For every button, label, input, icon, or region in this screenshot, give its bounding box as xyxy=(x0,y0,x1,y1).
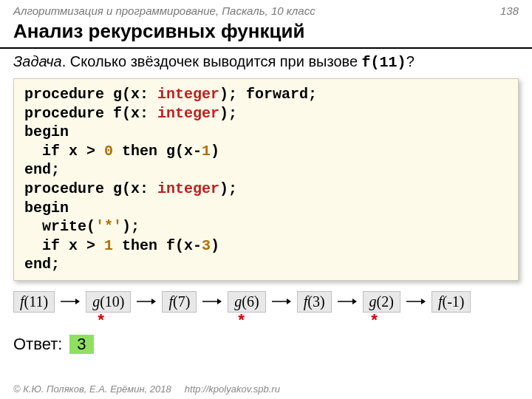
code-text: begin xyxy=(24,123,69,140)
code-type: integer xyxy=(157,86,219,103)
star-icon: * xyxy=(236,313,246,331)
answer-row: Ответ: 3 xyxy=(0,330,532,358)
copyright: © К.Ю. Поляков, Е.А. Ерёмин, 2018 xyxy=(13,383,171,395)
code-text: ); forward; xyxy=(219,86,317,103)
call-arg: (-1) xyxy=(442,293,464,310)
answer-value: 3 xyxy=(69,335,93,354)
page-number: 138 xyxy=(500,4,519,17)
code-text: end; xyxy=(24,161,60,178)
task-text: Задача. Сколько звёздочек выводится при … xyxy=(0,49,532,75)
code-text: begin xyxy=(24,200,69,216)
svg-marker-3 xyxy=(151,299,156,304)
code-text: if x > xyxy=(24,237,104,254)
task-body: . Сколько звёздочек выводится при вызове xyxy=(62,53,362,69)
code-text: ); xyxy=(219,180,237,197)
code-text: then g(x- xyxy=(113,143,202,160)
arrow-icon xyxy=(202,296,222,307)
footer-url: http://kpolyakov.spb.ru xyxy=(185,383,280,395)
call-fn: g xyxy=(234,293,242,310)
code-type: integer xyxy=(157,105,219,122)
star-icon: * xyxy=(96,313,106,331)
arrow-icon xyxy=(272,296,291,307)
arrow-icon xyxy=(406,296,426,307)
call-arg: (6) xyxy=(242,293,259,310)
svg-marker-7 xyxy=(287,299,291,304)
call-step: f(11) xyxy=(13,291,55,313)
course-label: Алгоритмизация и программирование, Паска… xyxy=(13,4,316,17)
task-call: f(11) xyxy=(362,54,406,71)
call-arg: (10) xyxy=(100,293,124,310)
code-text: then f(x- xyxy=(113,237,202,254)
code-text: ); xyxy=(219,105,237,122)
call-fn: g xyxy=(92,293,100,310)
call-step: g(10) xyxy=(86,291,131,313)
code-literal: '*' xyxy=(95,218,122,235)
answer-label: Ответ: xyxy=(13,335,62,354)
arrow-icon xyxy=(338,296,357,307)
slide-title: Анализ рекурсивных функций xyxy=(0,18,532,49)
task-q: ? xyxy=(406,53,415,69)
code-literal: 3 xyxy=(202,237,211,254)
arrow-icon xyxy=(137,296,156,307)
code-text: if x > xyxy=(24,143,104,160)
call-arg: (2) xyxy=(377,293,394,310)
code-text: end; xyxy=(24,256,60,273)
call-fn: g xyxy=(369,293,377,310)
code-text: procedure g(x: xyxy=(24,86,157,103)
svg-marker-9 xyxy=(352,299,357,304)
svg-marker-11 xyxy=(421,299,426,304)
code-literal: 1 xyxy=(104,237,113,254)
call-step: f(3) xyxy=(297,291,332,313)
svg-marker-1 xyxy=(75,299,80,304)
code-block: procedure g(x: integer); forward; proced… xyxy=(13,78,519,281)
call-step: f(-1) xyxy=(432,291,471,313)
code-text: write( xyxy=(24,218,95,235)
code-text: procedure f(x: xyxy=(24,105,157,122)
star-output: * * * xyxy=(0,314,532,330)
code-text: ) xyxy=(211,143,219,160)
code-text: ); xyxy=(122,218,140,235)
slide-footer: © К.Ю. Поляков, Е.А. Ерёмин, 2018 http:/… xyxy=(13,383,280,395)
call-arg: (7) xyxy=(173,293,190,310)
call-arg: (11) xyxy=(24,293,49,310)
call-step: g(2) xyxy=(363,291,400,313)
call-chain: f(11) g(10) f(7) g(6) f(3) g(2) f(-1) xyxy=(0,287,532,314)
code-literal: 0 xyxy=(104,143,113,160)
code-text: procedure g(x: xyxy=(24,180,157,197)
code-text: ) xyxy=(211,237,219,254)
call-arg: (3) xyxy=(307,293,324,310)
svg-marker-5 xyxy=(217,299,222,304)
arrow-icon xyxy=(61,296,80,307)
slide-header: Алгоритмизация и программирование, Паска… xyxy=(0,0,532,18)
call-step: g(6) xyxy=(228,291,265,313)
code-type: integer xyxy=(157,180,219,197)
call-step: f(7) xyxy=(162,291,197,313)
task-label: Задача xyxy=(13,53,62,69)
code-literal: 1 xyxy=(202,143,211,160)
star-icon: * xyxy=(369,313,379,331)
